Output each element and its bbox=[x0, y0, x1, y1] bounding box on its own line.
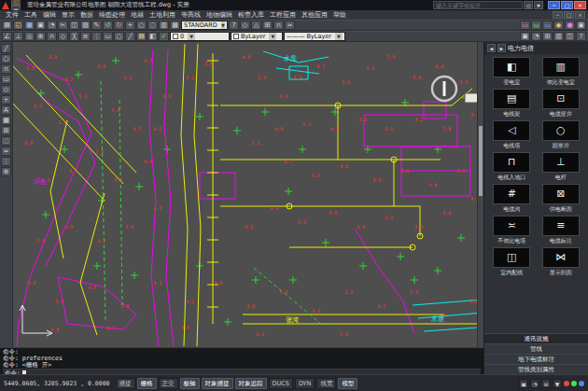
search-icon[interactable]: ◎ bbox=[524, 1, 533, 9]
node-snap-icon[interactable]: ╳ bbox=[69, 32, 79, 41]
make-current-layer-icon[interactable]: ✓ bbox=[159, 32, 169, 41]
pan-icon[interactable]: + bbox=[125, 21, 135, 30]
menu-item[interactable]: 编辑 bbox=[40, 10, 59, 20]
more-snaps-icon[interactable]: ⋮ bbox=[91, 32, 102, 41]
menu-item[interactable]: 数据 bbox=[77, 10, 96, 20]
status-toggle[interactable]: 对象捕捉 bbox=[202, 378, 233, 389]
drawing-viewport[interactable]: 4.53.84.25.13.64.85.34.03.24.75.64.33.95… bbox=[13, 42, 483, 347]
draw-polygon-icon[interactable]: ◇ bbox=[1, 85, 11, 94]
menu-item[interactable]: 地物编辑 bbox=[203, 10, 235, 20]
help-icon[interactable]: ? bbox=[229, 21, 239, 30]
zoom-window-icon[interactable]: ○ bbox=[136, 21, 147, 30]
panel-next-icon[interactable]: ▶ bbox=[497, 44, 506, 52]
osnap-settings-icon[interactable]: ◆ bbox=[553, 21, 564, 30]
symbol-button[interactable]: ◫室内配线 bbox=[488, 247, 536, 277]
tool-palettes-icon[interactable]: ▩ bbox=[170, 21, 180, 30]
menu-item[interactable]: 工具 bbox=[21, 10, 40, 20]
copy-icon[interactable]: ◫ bbox=[69, 21, 79, 30]
symbol-button[interactable]: ⊓电线入地口 bbox=[488, 152, 536, 182]
layer-combo[interactable]: 0 ▼ bbox=[170, 32, 230, 41]
canvas-vertical-scrollbar[interactable] bbox=[477, 42, 483, 347]
doc-minimize-button[interactable]: ─ bbox=[553, 11, 563, 19]
status-toggle[interactable]: 极轴 bbox=[180, 378, 200, 389]
close-button[interactable]: × bbox=[574, 1, 586, 9]
intersection-snap-icon[interactable]: ⊕ bbox=[35, 32, 46, 41]
drawing-canvas[interactable]: 4.53.84.25.13.64.85.34.03.24.75.64.33.95… bbox=[13, 42, 483, 347]
layer-states-icon[interactable]: ◧ bbox=[147, 32, 158, 41]
draw-point-icon[interactable]: + bbox=[1, 95, 11, 105]
symbol-button[interactable]: ≍不依比电塔 bbox=[488, 216, 536, 245]
status-toggle[interactable]: DYN bbox=[295, 378, 315, 389]
status-toggle[interactable]: 对象追踪 bbox=[235, 378, 267, 389]
menu-item[interactable]: 显示 bbox=[59, 10, 77, 20]
panel-footer-item[interactable]: 管线类别属性 bbox=[484, 364, 588, 374]
status-toggle[interactable]: 正交 bbox=[159, 378, 178, 389]
plot-preview-icon[interactable]: ◔ bbox=[47, 21, 57, 30]
layer-red-icon[interactable]: ▭ bbox=[520, 21, 530, 30]
context-help-icon[interactable]: ? bbox=[576, 32, 586, 41]
more-tools-icon[interactable]: ⋮ bbox=[1, 157, 11, 166]
status-toggle[interactable]: 栅格 bbox=[137, 378, 157, 389]
properties-icon[interactable]: ▥ bbox=[159, 21, 169, 30]
circle-tool-icon[interactable]: ○ bbox=[114, 32, 124, 41]
draw-circle-icon[interactable]: ○ bbox=[1, 54, 11, 63]
symbol-button[interactable]: ⊥电杆 bbox=[538, 152, 585, 182]
zoom-previous-icon[interactable]: ◌ bbox=[147, 21, 158, 30]
perpendicular-snap-icon[interactable]: ⊥ bbox=[13, 32, 23, 41]
symbol-button[interactable]: ⊡电缆竖井 bbox=[538, 89, 585, 119]
command-window[interactable]: 命令:命令: preferences命令: <栅格 开> 命令: bbox=[0, 347, 483, 374]
panel-prev-icon[interactable]: ◀ bbox=[487, 44, 496, 52]
symbol-button[interactable]: ⊠供电断面 bbox=[538, 184, 585, 214]
table-icon[interactable]: ⊞ bbox=[1, 126, 11, 135]
text-style-combo[interactable]: STANDARD ▼ bbox=[181, 21, 228, 30]
grid-tool-icon[interactable]: ⊞ bbox=[262, 21, 273, 30]
draw-line-icon[interactable]: ╱ bbox=[1, 44, 11, 53]
paste-icon[interactable]: ▨ bbox=[80, 21, 91, 30]
spline-icon[interactable]: ≈ bbox=[1, 147, 11, 156]
arc-tool-icon[interactable]: ∩ bbox=[273, 21, 284, 30]
plot-icon[interactable]: ▣ bbox=[35, 21, 46, 30]
view-settings-icon[interactable]: ▣ bbox=[520, 32, 530, 41]
doc-close-button[interactable]: × bbox=[575, 11, 585, 19]
status-toggle[interactable]: DUCS bbox=[269, 378, 293, 389]
table-tool-icon[interactable]: ▥ bbox=[553, 32, 564, 41]
grid-display-icon[interactable]: ⊞ bbox=[542, 32, 553, 41]
line-tool-icon[interactable]: ╱ bbox=[125, 32, 135, 41]
region-icon[interactable]: ◌ bbox=[1, 136, 11, 146]
midpoint-snap-icon[interactable]: ◇ bbox=[58, 32, 68, 41]
block-insert-icon[interactable]: ⊕ bbox=[1, 167, 11, 176]
annotation-visibility-icon[interactable]: ◔ bbox=[530, 379, 539, 388]
maximize-button[interactable]: □ bbox=[561, 1, 573, 9]
angle-snap-icon[interactable]: ∠ bbox=[2, 32, 12, 41]
undo-icon[interactable]: ↺ bbox=[103, 21, 113, 30]
new-icon[interactable]: ▤ bbox=[2, 21, 12, 30]
menu-item[interactable]: 地籍 bbox=[128, 10, 147, 20]
menu-item[interactable]: 绘图处理 bbox=[96, 10, 128, 20]
doc-maximize-button[interactable]: □ bbox=[564, 11, 574, 19]
menu-item[interactable]: 等高线 bbox=[178, 10, 203, 20]
status-menu-icon[interactable]: ▼ bbox=[553, 379, 562, 388]
menu-item[interactable]: 其他应用 bbox=[299, 10, 330, 20]
parallel-snap-icon[interactable]: ≡ bbox=[80, 32, 91, 41]
regen-icon[interactable]: ◔ bbox=[531, 32, 541, 41]
redo-icon[interactable]: ↻ bbox=[114, 21, 124, 30]
status-toggle[interactable]: 捕捉 bbox=[116, 378, 135, 389]
annotation-scale-icon[interactable]: ▣ bbox=[519, 379, 528, 388]
menu-item[interactable]: 文件 bbox=[3, 10, 21, 20]
draw-text-icon[interactable]: A bbox=[1, 105, 11, 115]
triangle-tool-icon[interactable]: △ bbox=[251, 21, 261, 30]
panel-footer-item[interactable]: 管线 bbox=[484, 343, 588, 354]
status-toggle[interactable]: 线宽 bbox=[316, 378, 336, 389]
linetype-combo[interactable]: ——— ByLayer ▼ bbox=[284, 32, 345, 41]
menu-item[interactable]: 土地利用 bbox=[147, 10, 178, 20]
layer-manager-icon[interactable]: ▤ bbox=[136, 32, 147, 41]
menu-item[interactable]: 检查入库 bbox=[235, 10, 267, 20]
menu-item[interactable]: 工程应用 bbox=[267, 10, 299, 20]
hatch-icon[interactable]: ▦ bbox=[1, 116, 11, 125]
symbol-button[interactable]: ⋈显示剖面 bbox=[538, 247, 585, 277]
layer-green-icon[interactable]: ▭ bbox=[531, 21, 541, 30]
symbol-button[interactable]: ▤电线架 bbox=[488, 89, 536, 119]
symbol-button[interactable]: ▥依比变电室 bbox=[538, 57, 585, 87]
panel-footer-item[interactable]: 地下电缆标注 bbox=[484, 354, 588, 364]
infocenter-search-input[interactable] bbox=[433, 1, 523, 9]
